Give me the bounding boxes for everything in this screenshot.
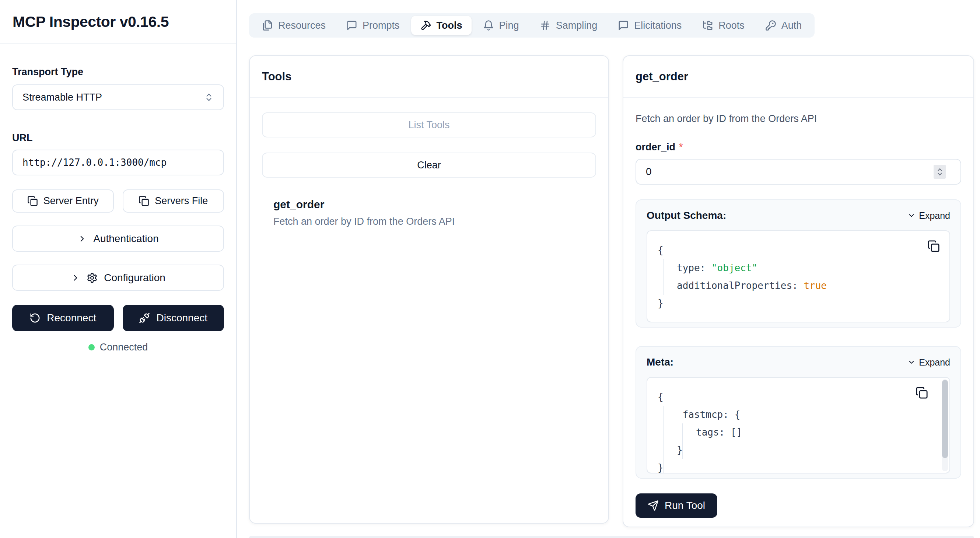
code-line: { [658, 241, 939, 259]
key-round-icon [765, 20, 776, 31]
content-columns: Tools List Tools Clear get_order Fetch a… [249, 55, 974, 527]
servers-file-button[interactable]: Servers File [123, 189, 224, 213]
app-title: MCP Inspector v0.16.5 [13, 13, 169, 30]
tool-list-item[interactable]: get_order Fetch an order by ID from the … [262, 198, 596, 228]
tab-auth[interactable]: Auth [756, 16, 811, 35]
hash-icon [540, 20, 551, 31]
tool-detail-description: Fetch an order by ID from the Orders API [636, 113, 961, 124]
status-dot-icon [88, 344, 95, 350]
connection-buttons-row: Reconnect Disconnect [12, 305, 224, 331]
code-line: { [658, 388, 939, 406]
tab-ping[interactable]: Ping [474, 16, 528, 35]
message-square-icon [346, 20, 357, 31]
indent-guide [663, 259, 663, 295]
meta-expand-toggle[interactable]: Expand [907, 357, 950, 368]
tools-panel-title: Tools [262, 70, 291, 83]
reconnect-button[interactable]: Reconnect [12, 305, 114, 331]
tab-bar: Resources Prompts Tools Ping Sampling [249, 13, 815, 38]
list-tools-button[interactable]: List Tools [262, 112, 596, 137]
tool-detail-panel: get_order Fetch an order by ID from the … [623, 55, 974, 527]
code-line: additionalProperties: true [658, 277, 939, 294]
tools-panel: Tools List Tools Clear get_order Fetch a… [249, 55, 609, 524]
url-label: URL [12, 132, 224, 144]
tab-tools[interactable]: Tools [411, 16, 472, 35]
chevrons-up-down-icon [204, 92, 214, 102]
disconnect-button[interactable]: Disconnect [123, 305, 224, 331]
connection-status: Connected [12, 342, 224, 353]
sidebar: MCP Inspector v0.16.5 Transport Type Str… [0, 0, 237, 538]
code-line: } [658, 459, 939, 474]
code-line: } [658, 441, 939, 459]
run-tool-button[interactable]: Run Tool [636, 493, 718, 518]
unplug-icon [139, 312, 150, 323]
main-area: Resources Prompts Tools Ping Sampling [237, 0, 980, 538]
code-line: type: "object" [658, 259, 939, 277]
tab-sampling[interactable]: Sampling [531, 16, 607, 35]
number-stepper[interactable] [934, 165, 946, 179]
chevron-down-icon [907, 358, 916, 366]
output-schema-code: { type: "object" additionalProperties: t… [647, 230, 950, 322]
tab-roots[interactable]: Roots [693, 16, 754, 35]
copy-icon [138, 196, 149, 206]
server-entry-button[interactable]: Server Entry [12, 189, 114, 213]
clear-button[interactable]: Clear [262, 153, 596, 178]
tool-detail-title: get_order [636, 70, 688, 83]
meta-code: { _fastmcp: { tags: [] } } [647, 377, 950, 474]
sidebar-content: Transport Type Streamable HTTP URL Serve… [0, 66, 236, 353]
hammer-icon [420, 20, 431, 31]
param-label: order_id [636, 142, 675, 153]
tools-panel-header: Tools [250, 56, 608, 98]
tab-prompts[interactable]: Prompts [337, 16, 409, 35]
output-schema-section: Output Schema: Expand { type: "object" a… [636, 199, 961, 328]
chevron-right-icon [71, 273, 80, 283]
configuration-toggle[interactable]: Configuration [12, 264, 224, 291]
send-icon [648, 500, 659, 511]
tool-description: Fetch an order by ID from the Orders API [274, 216, 585, 228]
tools-panel-body: List Tools Clear get_order Fetch an orde… [250, 98, 608, 228]
tool-name: get_order [274, 198, 585, 211]
transport-type-select[interactable]: Streamable HTTP [12, 84, 224, 110]
tab-elicitations[interactable]: Elicitations [609, 16, 691, 35]
indent-guide [682, 423, 682, 459]
server-buttons-row: Server Entry Servers File [12, 189, 224, 213]
chevron-right-icon [77, 234, 87, 244]
files-icon [262, 20, 273, 31]
copy-icon [27, 196, 38, 206]
rotate-ccw-icon [29, 312, 41, 323]
url-input[interactable] [12, 150, 224, 175]
transport-type-label: Transport Type [12, 66, 224, 78]
output-schema-label: Output Schema: [647, 210, 726, 221]
message-square-icon [618, 20, 629, 31]
param-label-row: order_id * [636, 142, 961, 153]
scrollbar[interactable] [942, 379, 948, 471]
history-panel-edge[interactable] [249, 536, 974, 538]
gear-icon [87, 272, 98, 283]
transport-type-value: Streamable HTTP [22, 92, 102, 103]
tab-resources[interactable]: Resources [253, 16, 335, 35]
chevron-down-icon [907, 212, 916, 220]
param-input-wrap [636, 159, 961, 185]
status-text: Connected [100, 342, 148, 353]
indent-guide [663, 406, 663, 474]
meta-label: Meta: [647, 357, 673, 368]
scrollbar-thumb[interactable] [942, 380, 948, 458]
copy-icon[interactable] [916, 387, 928, 399]
authentication-toggle[interactable]: Authentication [12, 226, 224, 251]
required-marker: * [679, 142, 683, 153]
copy-icon[interactable] [928, 240, 940, 252]
sidebar-header: MCP Inspector v0.16.5 [0, 0, 236, 44]
order-id-input[interactable] [636, 159, 961, 185]
tool-detail-body: Fetch an order by ID from the Orders API… [624, 98, 974, 518]
folder-tree-icon [702, 20, 713, 31]
meta-section: Meta: Expand { _fastmcp: { ta [636, 346, 961, 479]
code-line: _fastmcp: { [658, 406, 939, 423]
output-schema-head: Output Schema: Expand [647, 210, 950, 221]
output-schema-expand-toggle[interactable]: Expand [907, 210, 950, 221]
code-line: tags: [] [658, 423, 939, 441]
tool-detail-header: get_order [624, 56, 974, 98]
meta-head: Meta: Expand [647, 357, 950, 368]
bell-icon [483, 20, 494, 31]
code-line: } [658, 294, 939, 312]
